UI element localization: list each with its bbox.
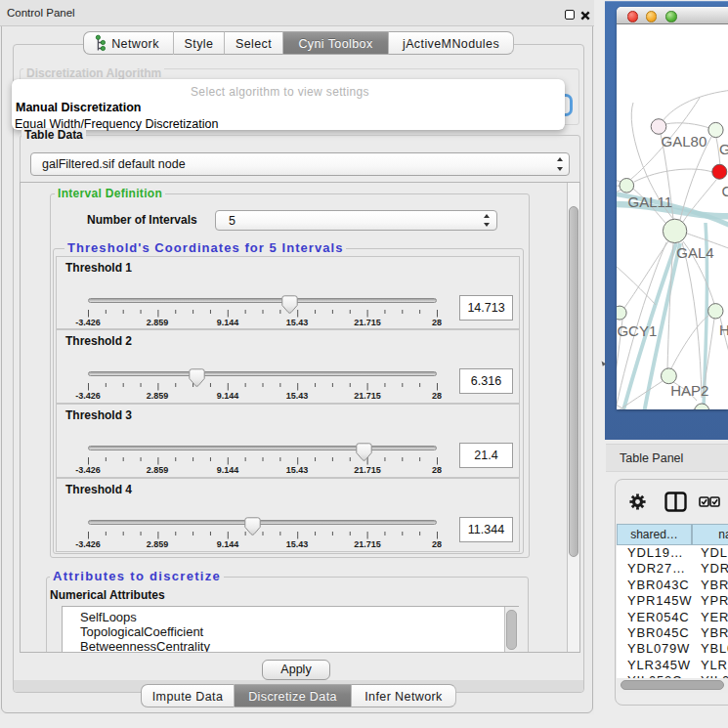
svg-text:GAL80: GAL80 xyxy=(662,133,707,150)
svg-text:CR: CR xyxy=(722,183,728,199)
svg-text:GA: GA xyxy=(719,141,728,157)
svg-text:GAL11: GAL11 xyxy=(628,193,673,210)
svg-text:H: H xyxy=(719,321,728,338)
svg-text:HAP2: HAP2 xyxy=(670,382,708,399)
svg-text:GCY1: GCY1 xyxy=(617,322,657,339)
svg-text:GAL4: GAL4 xyxy=(676,244,713,261)
